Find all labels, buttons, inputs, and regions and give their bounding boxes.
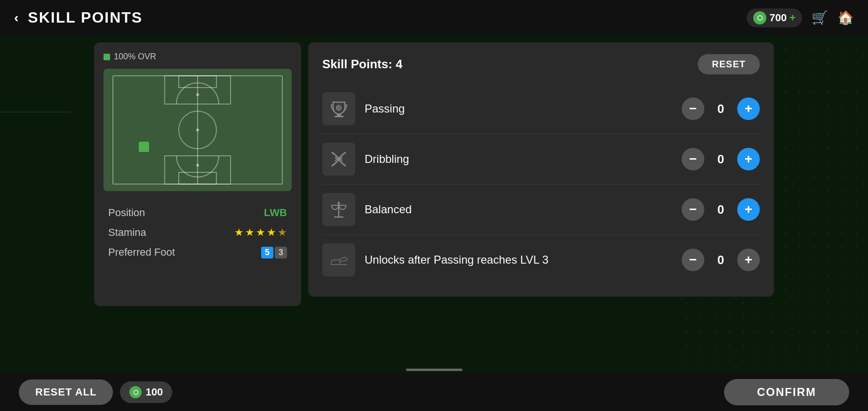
player-card: 100% OVR xyxy=(94,42,301,306)
preferred-foot-row: Preferred Foot 5 3 xyxy=(108,242,287,262)
home-icon[interactable]: 🏠 xyxy=(837,10,854,25)
dribbling-plus-button[interactable]: + xyxy=(737,148,760,170)
balanced-name: Balanced xyxy=(365,202,672,217)
player-stats: Position LWB Stamina ★ ★ ★ ★ ★ Preferred… xyxy=(104,203,292,262)
skill-row-passing: Passing − 0 + xyxy=(322,84,760,134)
passing-icon-box xyxy=(322,92,355,125)
skill-panel: Skill Points: 4 RESET Pass xyxy=(308,42,774,297)
svg-point-17 xyxy=(337,157,341,161)
preferred-foot-value: 5 3 xyxy=(261,247,287,258)
svg-point-10 xyxy=(196,164,199,167)
position-label: Position xyxy=(108,207,145,219)
header: ‹ SKILL POINTS ⬡ 700 + 🛒 🏠 xyxy=(0,0,868,35)
locked-icon-box xyxy=(322,243,355,276)
skill-row-locked: Unlocks after Passing reaches LVL 3 − 0 … xyxy=(322,235,760,285)
star-5: ★ xyxy=(278,226,287,239)
svg-point-21 xyxy=(337,201,340,204)
scroll-bar xyxy=(406,369,462,371)
dribbling-name: Dribbling xyxy=(365,152,672,166)
locked-plus-button[interactable]: + xyxy=(737,249,760,271)
back-button[interactable]: ‹ xyxy=(14,10,18,25)
reset-button[interactable]: RESET xyxy=(698,54,760,74)
main-content: 100% OVR xyxy=(0,35,868,373)
footer-left: RESET ALL ⬡ 100 xyxy=(19,379,172,405)
skill-row-dribbling: Dribbling − 0 + xyxy=(322,134,760,185)
locked-value: 0 xyxy=(714,253,728,267)
svg-rect-11 xyxy=(139,142,149,152)
dribbling-minus-button[interactable]: − xyxy=(682,148,704,170)
position-row: Position LWB xyxy=(108,203,287,223)
svg-point-4 xyxy=(196,129,199,131)
stamina-label: Stamina xyxy=(108,226,146,239)
dribbling-value: 0 xyxy=(714,152,728,167)
dribbling-controls: − 0 + xyxy=(682,148,760,170)
reset-all-button[interactable]: RESET ALL xyxy=(19,379,113,405)
svg-point-9 xyxy=(196,93,199,96)
svg-rect-13 xyxy=(334,116,343,117)
currency-display: ⬡ 700 + xyxy=(747,8,802,27)
footer-currency: ⬡ 100 xyxy=(120,381,172,403)
page-title: SKILL POINTS xyxy=(28,9,747,26)
currency-plus-button[interactable]: + xyxy=(789,12,796,24)
foot-right-badge: 3 xyxy=(275,247,287,258)
confirm-button[interactable]: CONFIRM xyxy=(724,379,849,405)
position-value: LWB xyxy=(264,207,287,219)
ovr-text: 100% OVR xyxy=(114,52,156,62)
passing-name: Passing xyxy=(365,101,672,116)
skill-header: Skill Points: 4 RESET xyxy=(322,54,760,74)
balanced-icon-box xyxy=(322,193,355,226)
locked-controls: − 0 + xyxy=(682,249,760,271)
stamina-stars: ★ ★ ★ ★ ★ xyxy=(234,226,287,239)
balanced-plus-button[interactable]: + xyxy=(737,198,760,221)
star-1: ★ xyxy=(234,226,244,239)
footer-currency-amount: 100 xyxy=(145,386,163,398)
passing-controls: − 0 + xyxy=(682,97,760,120)
balanced-controls: − 0 + xyxy=(682,198,760,221)
passing-minus-button[interactable]: − xyxy=(682,97,704,120)
preferred-foot-label: Preferred Foot xyxy=(108,246,175,258)
stamina-row: Stamina ★ ★ ★ ★ ★ xyxy=(108,223,287,242)
cart-icon[interactable]: 🛒 xyxy=(812,10,828,25)
balanced-value: 0 xyxy=(714,202,728,217)
header-actions: ⬡ 700 + 🛒 🏠 xyxy=(747,8,854,27)
footer-currency-icon: ⬡ xyxy=(129,386,142,398)
star-3: ★ xyxy=(256,226,265,239)
balanced-minus-button[interactable]: − xyxy=(682,198,704,221)
passing-plus-button[interactable]: + xyxy=(737,97,760,120)
skill-row-balanced: Balanced − 0 + xyxy=(322,185,760,235)
star-2: ★ xyxy=(245,226,255,239)
dribbling-icon-box xyxy=(322,143,355,176)
ovr-dot xyxy=(104,54,110,60)
locked-minus-button[interactable]: − xyxy=(682,249,704,271)
locked-skill-name: Unlocks after Passing reaches LVL 3 xyxy=(365,252,672,267)
skill-points-title: Skill Points: 4 xyxy=(322,57,403,72)
soccer-field xyxy=(104,69,292,191)
star-4: ★ xyxy=(267,226,276,239)
passing-value: 0 xyxy=(714,102,728,116)
footer: RESET ALL ⬡ 100 CONFIRM xyxy=(0,373,868,411)
ovr-badge: 100% OVR xyxy=(104,52,292,62)
currency-icon: ⬡ xyxy=(753,11,766,24)
currency-amount: 700 xyxy=(769,12,787,24)
foot-left-badge: 5 xyxy=(261,247,273,258)
